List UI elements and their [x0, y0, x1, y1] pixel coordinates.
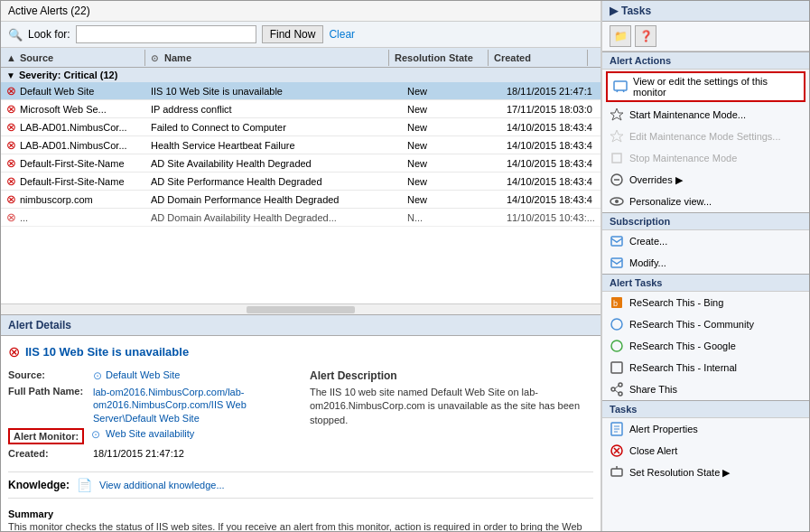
- folder-icon-button[interactable]: 📁: [610, 25, 631, 47]
- cell-res-7: N...: [402, 210, 501, 225]
- section-alert-actions: Alert Actions: [602, 51, 809, 70]
- help-icon-button[interactable]: ❓: [635, 25, 656, 47]
- panel-title: Active Alerts (22): [8, 5, 90, 17]
- source-value-link[interactable]: Default Web Site: [106, 369, 180, 380]
- tasks-section-label: Tasks: [610, 404, 637, 415]
- research-bing-item[interactable]: b ReSearch This - Bing: [602, 292, 809, 313]
- source-text-7: ...: [20, 212, 28, 223]
- table-row[interactable]: ⊗ nimbuscorp.com AD Domain Performance H…: [1, 191, 601, 209]
- clear-link[interactable]: Clear: [329, 28, 355, 41]
- tasks-title: Tasks: [621, 5, 651, 17]
- personalize-icon: [610, 194, 624, 209]
- full-path-link[interactable]: lab-om2016.NimbusCorp.com/lab-om2016.Nim…: [93, 387, 247, 424]
- source-text-3: LAB-AD01.NimbusCor...: [20, 140, 127, 151]
- th-created[interactable]: Created: [489, 50, 588, 66]
- close-alert-item[interactable]: Close Alert: [602, 440, 809, 462]
- knowledge-label: Knowledge:: [8, 479, 70, 491]
- created-label: Created:: [8, 448, 89, 459]
- summary-text: This monitor checks the status of IIS we…: [8, 520, 593, 531]
- set-resolution-item[interactable]: Set Resolution State ▶: [602, 462, 809, 483]
- svg-rect-8: [611, 237, 622, 246]
- research-internal-item[interactable]: ReSearch This - Internal: [602, 357, 809, 378]
- group-label: Severity: Critical (12): [19, 70, 117, 80]
- cell-res-6: New: [402, 192, 501, 207]
- created-value: 18/11/2015 21:47:12: [93, 448, 184, 459]
- table-row[interactable]: ⊗ Microsoft Web Se... IP address conflic…: [1, 100, 601, 118]
- cell-created-0: 18/11/2015 21:47:1: [501, 84, 601, 98]
- close-alert-label: Close Alert: [629, 445, 677, 456]
- table-row[interactable]: ⊗ Default-First-Site-Name AD Site Availa…: [1, 154, 601, 173]
- th-resolution[interactable]: Resolution State: [389, 50, 489, 66]
- alert-title: IIS 10 Web Site is unavailable: [25, 345, 189, 359]
- modify-subscription-item[interactable]: Modify...: [602, 252, 809, 274]
- section-alert-actions-label: Alert Actions: [610, 55, 671, 66]
- share-this-item[interactable]: Share This: [602, 378, 809, 400]
- table-row[interactable]: ⊗ ... AD Domain Availability Health Degr…: [1, 209, 601, 227]
- source-text-5: Default-First-Site-Name: [20, 176, 125, 187]
- create-subscription-item[interactable]: Create...: [602, 230, 809, 252]
- research-google-label: ReSearch This - Google: [629, 341, 736, 351]
- share-this-icon: [610, 382, 624, 397]
- alert-monitor-link[interactable]: Web Site availability: [106, 428, 194, 439]
- research-community-item[interactable]: ReSearch This - Community: [602, 313, 809, 335]
- alert-properties-icon: [610, 422, 624, 436]
- th-name[interactable]: ⊙ Name: [145, 50, 389, 66]
- details-grid: Source: ⊙ Default Web Site Full Path Nam…: [8, 369, 593, 462]
- svg-point-15: [619, 383, 622, 387]
- full-path-value: lab-om2016.NimbusCorp.com/lab-om2016.Nim…: [93, 386, 292, 425]
- research-internal-label: ReSearch This - Internal: [629, 362, 737, 373]
- modify-label: Modify...: [629, 257, 666, 268]
- set-resolution-label: Set Resolution State ▶: [629, 467, 730, 479]
- alert-properties-item[interactable]: Alert Properties: [602, 418, 809, 440]
- alert-monitor-label: Alert Monitor:: [8, 428, 84, 444]
- close-alert-icon: [610, 443, 624, 458]
- source-label: Source:: [8, 369, 89, 380]
- tasks-main-header: ▶ Tasks: [602, 1, 809, 22]
- table-row[interactable]: ⊗ Default Web Site IIS 10 Web Site is un…: [1, 82, 601, 100]
- svg-point-13: [611, 341, 622, 351]
- alert-properties-label: Alert Properties: [629, 424, 698, 434]
- details-title-label: Alert Details: [8, 319, 71, 331]
- cell-name-4: AD Site Availability Health Degraded: [145, 156, 402, 171]
- view-edit-monitor-item[interactable]: View or edit the settings of this monito…: [606, 71, 805, 102]
- th-source-label: Source: [20, 52, 53, 63]
- start-maintenance-item[interactable]: Start Maintenance Mode...: [602, 104, 809, 126]
- source-text-0: Default Web Site: [20, 86, 94, 97]
- research-bing-label: ReSearch This - Bing: [629, 297, 723, 308]
- search-input[interactable]: [76, 25, 256, 43]
- table-row[interactable]: ⊗ LAB-AD01.NimbusCor... Failed to Connec…: [1, 118, 601, 136]
- cell-name-0: IIS 10 Web Site is unavailable: [145, 84, 402, 98]
- error-icon-0: ⊗: [6, 84, 16, 98]
- svg-point-7: [615, 200, 619, 203]
- table-row[interactable]: ⊗ Default-First-Site-Name AD Site Perfor…: [1, 173, 601, 191]
- source-text-1: Microsoft Web Se...: [20, 104, 107, 115]
- table-body: ▼ Severity: Critical (12) ⊗ Default Web …: [1, 68, 601, 303]
- research-google-item[interactable]: ReSearch This - Google: [602, 335, 809, 357]
- overrides-label: Overrides ▶: [629, 174, 683, 186]
- full-path-label: Full Path Name:: [8, 386, 89, 397]
- th-name-label: Name: [164, 52, 191, 63]
- chevron-icon: ▶: [610, 5, 618, 17]
- summary-label: Summary: [8, 509, 53, 519]
- find-now-button[interactable]: Find Now: [262, 25, 324, 43]
- research-community-icon: [610, 317, 624, 331]
- search-label: Look for:: [28, 28, 70, 41]
- cell-created-6: 14/10/2015 18:43:4: [501, 192, 601, 207]
- section-alert-tasks: Alert Tasks: [602, 274, 809, 292]
- cell-source-0: ⊗ Default Web Site: [1, 82, 145, 99]
- table-row[interactable]: ⊗ LAB-AD01.NimbusCor... Health Service H…: [1, 136, 601, 154]
- group-header-critical[interactable]: ▼ Severity: Critical (12): [1, 68, 601, 82]
- source-icon: ⊙: [93, 369, 102, 382]
- edit-maintenance-label: Edit Maintenance Mode Settings...: [629, 131, 781, 142]
- monitor-settings-icon: [613, 79, 628, 94]
- alert-title-row: ⊗ IIS 10 Web Site is unavailable: [8, 343, 593, 360]
- knowledge-link[interactable]: View additional knowledge...: [99, 480, 225, 490]
- details-right-col: Alert Description The IIS 10 web site na…: [310, 369, 593, 462]
- svg-rect-9: [611, 258, 622, 267]
- th-source[interactable]: ▲ Source: [1, 50, 145, 66]
- overrides-item[interactable]: Overrides ▶: [602, 169, 809, 191]
- personalize-view-item[interactable]: Personalize view...: [602, 191, 809, 212]
- monitor-icon: ⊙: [91, 428, 100, 441]
- horizontal-scrollbar[interactable]: [1, 303, 601, 314]
- cell-source-6: ⊗ nimbuscorp.com: [1, 191, 145, 208]
